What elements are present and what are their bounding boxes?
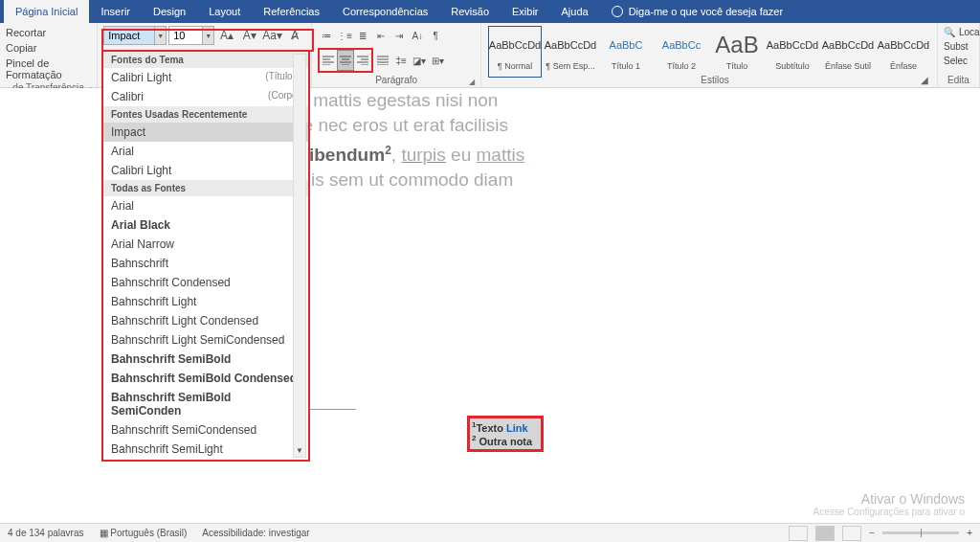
ribbon-tabs: Página Inicial Inserir Design Layout Ref… — [0, 0, 980, 23]
group-editing: 🔍 Local Subst Selec Edita — [938, 23, 980, 87]
font-option-bahnschrift-semibold-semiconden[interactable]: Bahnschrift SemiBold SemiConden — [103, 388, 308, 420]
language-status[interactable]: ▦ Português (Brasil) — [100, 528, 188, 538]
cut-button[interactable]: Recortar — [6, 25, 91, 40]
scroll-down-icon[interactable]: ▼ — [296, 446, 303, 455]
windows-activation-watermark: Ativar o Windows Acesse Configurações pa… — [813, 491, 965, 517]
numbering-button[interactable]: ⋮≡ — [336, 25, 353, 46]
launcher-icon[interactable]: ◢ — [467, 78, 477, 87]
font-option-calibri-light[interactable]: Calibri Light — [103, 161, 308, 180]
bulb-icon — [612, 6, 623, 17]
style--nfase-sutil[interactable]: AaBbCcDdÊnfase Sutil — [821, 26, 875, 78]
web-layout-button[interactable] — [842, 526, 861, 541]
status-bar: 4 de 134 palavras ▦ Português (Brasil) A… — [0, 523, 980, 542]
tab-view[interactable]: Exibir — [501, 0, 550, 23]
justify-button[interactable] — [374, 50, 391, 71]
replace-button[interactable]: Subst — [944, 39, 973, 54]
style--sem-esp-[interactable]: AaBbCcDd¶ Sem Esp... — [544, 26, 597, 78]
multilevel-button[interactable]: ≣ — [354, 25, 371, 46]
launcher-icon[interactable]: ◢ — [921, 75, 928, 85]
font-option-bahnschrift-semilight[interactable]: Bahnschrift SemiLight — [103, 440, 308, 459]
footnote-2[interactable]: 2 Outra nota — [472, 434, 539, 447]
tell-me-label: Diga-me o que você deseja fazer — [629, 6, 783, 17]
font-option-arial[interactable]: Arial — [103, 142, 308, 161]
tab-mailings[interactable]: Correspondências — [331, 0, 439, 23]
borders-button[interactable]: ⊞▾ — [429, 50, 446, 71]
tell-me-search[interactable]: Diga-me o que você deseja fazer — [600, 6, 794, 17]
accessibility-status[interactable]: Acessibilidade: investigar — [202, 528, 309, 538]
font-option-arial[interactable]: Arial — [103, 196, 308, 215]
word-count[interactable]: 4 de 134 palavras — [8, 528, 84, 538]
read-mode-button[interactable] — [789, 526, 808, 541]
select-button[interactable]: Selec — [944, 54, 973, 68]
sort-button[interactable]: A↓ — [409, 25, 426, 46]
font-option-calibri-light[interactable]: Calibri Light(Títulos) — [103, 68, 308, 87]
tab-help[interactable]: Ajuda — [550, 0, 600, 23]
font-dd-all-header: Todas as Fontes — [103, 180, 308, 196]
group-styles-label: Estilos◢ — [498, 75, 932, 85]
align-left-button[interactable] — [320, 50, 337, 71]
font-option-bahnschrift-semibold-condensed[interactable]: Bahnschrift SemiBold Condensed — [103, 369, 308, 388]
group-editing-label: Edita — [944, 75, 973, 87]
footnote-1[interactable]: 1Texto Link — [472, 420, 539, 434]
increase-indent-button[interactable]: ⇥ — [390, 25, 408, 46]
font-size-input[interactable]: 10 — [169, 27, 202, 44]
format-painter-button[interactable]: Pincel de Formatação — [6, 56, 91, 82]
style-t-tulo-2[interactable]: AaBbCcTítulo 2 — [655, 26, 708, 78]
style--nfase[interactable]: AaBbCcDdÊnfase — [877, 26, 930, 78]
show-marks-button[interactable]: ¶ — [427, 25, 444, 46]
tab-layout[interactable]: Layout — [197, 0, 252, 23]
group-paragraph-label: Parágrafo◢ — [318, 75, 475, 87]
font-option-bahnschrift-condensed[interactable]: Bahnschrift Condensed — [103, 273, 308, 292]
font-option-bahnschrift-light-condensed[interactable]: Bahnschrift Light Condensed — [103, 311, 308, 330]
font-dd-theme-header: Fontes do Tema — [103, 52, 308, 68]
font-option-bahnschrift-semibold[interactable]: Bahnschrift SemiBold — [103, 350, 308, 369]
zoom-in-button[interactable]: + — [967, 528, 972, 538]
font-dropdown[interactable]: Fontes do Tema Calibri Light(Títulos)Cal… — [101, 50, 310, 462]
tab-insert[interactable]: Inserir — [89, 0, 142, 23]
font-size-box[interactable]: 10 ▼ — [168, 26, 214, 45]
style--normal[interactable]: AaBbCcDd¶ Normal — [488, 26, 542, 78]
align-right-button[interactable] — [354, 50, 371, 71]
shrink-font-button[interactable]: A▾ — [239, 25, 260, 46]
font-option-arial-narrow[interactable]: Arial Narrow — [103, 235, 308, 254]
font-option-bahnschrift-semicondensed[interactable]: Bahnschrift SemiCondensed — [103, 420, 308, 440]
tab-review[interactable]: Revisão — [439, 0, 501, 23]
font-dd-recent-header: Fontes Usadas Recentemente — [103, 106, 308, 123]
font-size-dropdown-button[interactable]: ▼ — [202, 27, 213, 44]
change-case-button[interactable]: Aa▾ — [262, 25, 283, 46]
tab-references[interactable]: Referências — [252, 0, 331, 23]
zoom-out-button[interactable]: − — [869, 528, 875, 538]
footnotes-annotation: 1Texto Link 2 Outra nota — [467, 416, 544, 451]
scrollbar[interactable]: ▼ — [293, 54, 306, 458]
line-spacing-button[interactable]: ‡≡ — [392, 50, 410, 71]
clear-formatting-button[interactable]: A̷ — [284, 25, 305, 46]
style-t-tulo[interactable]: AaBTítulo — [710, 26, 764, 78]
font-option-impact[interactable]: Impact — [103, 123, 308, 142]
group-paragraph: ≔ ⋮≡ ≣ ⇤ ⇥ A↓ ¶ ‡≡ — [312, 23, 481, 87]
zoom-slider[interactable] — [882, 531, 959, 534]
font-name-dropdown-button[interactable]: ▼ — [154, 27, 166, 44]
font-option-bahnschrift[interactable]: Bahnschrift — [103, 254, 308, 273]
font-option-bahnschrift-light[interactable]: Bahnschrift Light — [103, 292, 308, 311]
style-t-tulo-1[interactable]: AaBbCTítulo 1 — [599, 26, 653, 78]
font-name-input[interactable]: Impact — [104, 27, 154, 44]
font-option-calibri[interactable]: Calibri(Corpo) — [103, 87, 308, 106]
copy-button[interactable]: Copiar — [6, 40, 91, 56]
find-button[interactable]: 🔍 Local — [944, 25, 973, 39]
font-option-bahnschrift-light-semicondensed[interactable]: Bahnschrift Light SemiCondensed — [103, 330, 308, 350]
grow-font-button[interactable]: A▴ — [216, 25, 237, 46]
bullets-button[interactable]: ≔ — [318, 25, 335, 46]
style-subt-tulo[interactable]: AaBbCcDdSubtítulo — [766, 26, 819, 78]
font-option-bahnschrift-semilight-condensed[interactable]: Bahnschrift SemiLight Condensed — [103, 459, 308, 460]
group-clipboard: Recortar Copiar Pincel de Formatação de … — [0, 23, 98, 87]
tab-home[interactable]: Página Inicial — [4, 0, 89, 23]
font-name-box[interactable]: Impact ▼ — [103, 26, 167, 45]
print-layout-button[interactable] — [815, 526, 835, 541]
decrease-indent-button[interactable]: ⇤ — [372, 25, 390, 46]
align-center-button[interactable] — [337, 50, 354, 71]
tab-design[interactable]: Design — [142, 0, 197, 23]
font-option-arial-black[interactable]: Arial Black — [103, 215, 308, 235]
alignment-highlight — [318, 48, 373, 73]
shading-button[interactable]: ◪▾ — [411, 50, 428, 71]
